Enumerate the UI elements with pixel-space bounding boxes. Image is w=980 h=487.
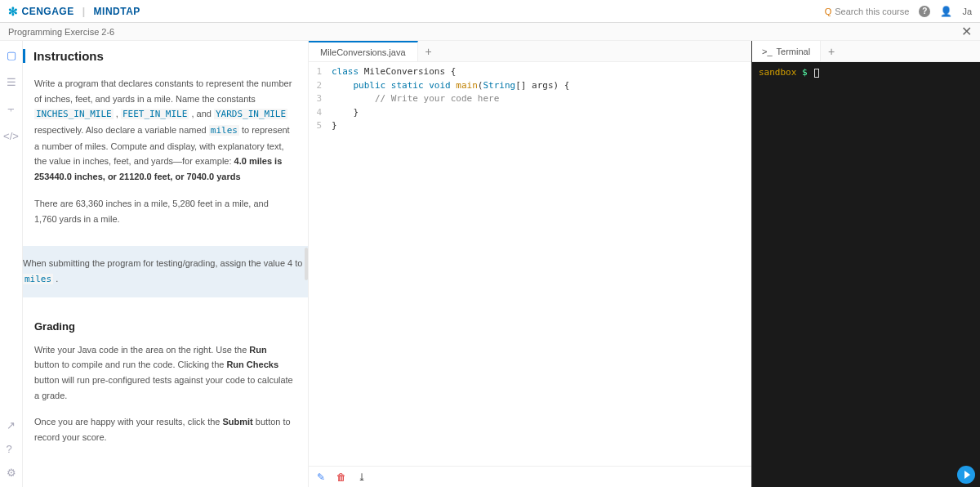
share-icon[interactable]: ↗ xyxy=(7,419,16,431)
edit-icon[interactable]: ✎ xyxy=(317,471,325,483)
resize-handle[interactable] xyxy=(305,248,308,280)
line-gutter: 1 2 3 4 5 xyxy=(309,62,327,466)
chart-icon[interactable]: ⫟ xyxy=(6,103,16,115)
editor-tabs: MileConversions.java + xyxy=(309,41,751,62)
new-tab-button[interactable]: + xyxy=(418,41,439,61)
left-rail: ▢ ☰ ⫟ </> ↗ ? ⚙ xyxy=(0,41,23,487)
download-icon[interactable]: ⤓ xyxy=(358,471,366,483)
delete-icon[interactable]: 🗑 xyxy=(336,471,346,483)
search-placeholder: Search this course xyxy=(835,7,909,16)
terminal-body[interactable]: sandbox $ xyxy=(752,62,980,487)
brand: ✻ CENGAGE | MINDTAP xyxy=(8,5,140,18)
help-icon[interactable]: ? xyxy=(919,6,930,17)
main: ▢ ☰ ⫟ </> ↗ ? ⚙ Instructions Write a pro… xyxy=(0,41,980,487)
grading-p1: Write your Java code in the area on the … xyxy=(34,342,293,404)
terminal-tabs: >_ Terminal + xyxy=(752,41,980,62)
terminal-tab[interactable]: >_ Terminal xyxy=(752,41,821,61)
list-icon[interactable]: ☰ xyxy=(7,76,16,88)
user-hint: Ja xyxy=(962,7,972,16)
code-feet: FEET_IN_MILE xyxy=(121,109,189,119)
note-code: miles xyxy=(23,274,53,284)
terminal-prompt-dollar: $ xyxy=(802,67,808,78)
exercise-title: Programming Exercise 2-6 xyxy=(8,27,114,37)
terminal-icon: >_ xyxy=(762,47,773,56)
top-bar: ✻ CENGAGE | MINDTAP Q Search this course… xyxy=(0,0,980,23)
brand-mindtap: MINDTAP xyxy=(94,6,140,17)
code-inches: INCHES_IN_MILE xyxy=(34,109,114,119)
instructions-heading: Instructions xyxy=(23,49,293,63)
terminal-cursor xyxy=(814,69,819,78)
file-tab[interactable]: MileConversions.java xyxy=(309,41,418,61)
code-body[interactable]: class MileConversions { public static vo… xyxy=(327,62,751,466)
code-miles: miles xyxy=(209,125,239,136)
brand-cengage: CENGAGE xyxy=(22,6,74,17)
search-icon: Q xyxy=(825,7,832,16)
search-area[interactable]: Q Search this course xyxy=(825,7,910,16)
instructions-p1: Write a program that declares constants … xyxy=(34,76,293,185)
top-right: Q Search this course ? 👤 Ja xyxy=(825,6,972,17)
run-button[interactable] xyxy=(957,466,975,484)
editor-footer: ✎ 🗑 ⤓ xyxy=(309,466,751,487)
new-terminal-button[interactable]: + xyxy=(821,41,842,61)
brand-divider: | xyxy=(82,6,86,17)
terminal-prompt-label: sandbox xyxy=(759,67,796,78)
user-icon[interactable]: 👤 xyxy=(940,6,952,17)
instructions-panel: Instructions Write a program that declar… xyxy=(23,41,309,487)
editor-column: MileConversions.java + 1 2 3 4 5 class M… xyxy=(309,41,751,487)
code-editor[interactable]: 1 2 3 4 5 class MileConversions { public… xyxy=(309,62,751,466)
grading-p2: Once you are happy with your results, cl… xyxy=(34,414,293,445)
note-box: When submitting the program for testing/… xyxy=(23,246,309,297)
book-icon[interactable]: ▢ xyxy=(7,49,16,61)
grading-heading: Grading xyxy=(34,320,293,333)
brand-star-icon: ✻ xyxy=(8,5,19,18)
sub-header: Programming Exercise 2-6 ✕ xyxy=(0,23,980,41)
code-icon[interactable]: </> xyxy=(3,130,19,142)
gear-icon[interactable]: ⚙ xyxy=(7,467,16,479)
instructions-p2: There are 63,360 inches in a mile, 5,280… xyxy=(34,196,293,226)
question-icon[interactable]: ? xyxy=(7,443,16,455)
close-icon[interactable]: ✕ xyxy=(961,24,972,39)
code-yards: YARDS_IN_MILE xyxy=(214,109,287,119)
terminal-column: >_ Terminal + sandbox $ xyxy=(751,41,980,487)
